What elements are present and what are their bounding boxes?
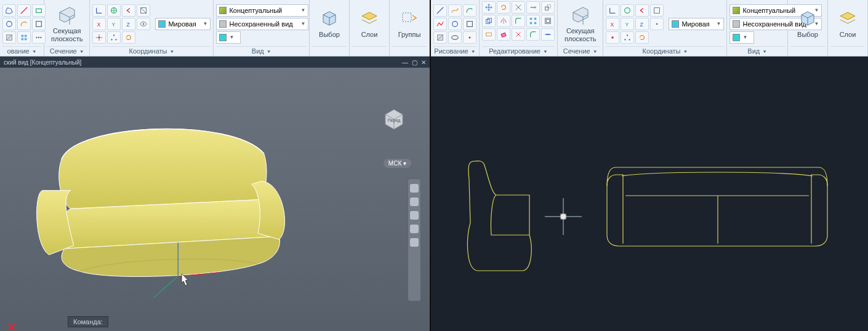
ucs-x-icon[interactable]: X	[92, 18, 106, 30]
select-button[interactable]: Выбор	[790, 2, 825, 46]
nav-orbit-icon[interactable]	[410, 225, 419, 233]
nav-wheel-icon[interactable]	[410, 184, 419, 193]
ucs-face-icon[interactable]	[137, 4, 150, 17]
groups-button[interactable]: Группы	[392, 2, 427, 46]
panel-title-draw: Рисование	[434, 47, 468, 55]
tool-rotate-icon[interactable]	[497, 1, 510, 14]
tool-grid-icon[interactable]	[17, 31, 31, 44]
ucs-y-icon[interactable]: Y	[107, 18, 121, 30]
tool-poly-icon[interactable]	[2, 4, 16, 17]
viewcube[interactable]: Перед	[380, 106, 408, 133]
tool-hatch-icon[interactable]	[433, 31, 447, 44]
ucs-rotate-icon[interactable]	[635, 31, 649, 44]
tool-pline-icon[interactable]	[433, 18, 447, 30]
tool-hatch-icon[interactable]	[2, 31, 16, 44]
ucs-name-combo[interactable]: Мировая ▼	[155, 18, 211, 30]
tool-array-icon[interactable]	[526, 15, 540, 27]
tool-point-icon[interactable]	[463, 31, 476, 44]
chevron-down-icon[interactable]: ▼	[593, 49, 598, 53]
tool-trim-icon[interactable]	[512, 1, 525, 14]
tool-fillet-icon[interactable]	[512, 15, 525, 27]
ucs-x-icon[interactable]: X	[606, 18, 619, 30]
ucs-y-icon[interactable]: Y	[621, 18, 634, 30]
ucs-origin-icon[interactable]	[92, 31, 106, 44]
tool-extend-icon[interactable]	[526, 1, 540, 14]
tool-circle-icon[interactable]	[2, 18, 16, 30]
ucs-3point-icon[interactable]	[621, 31, 634, 44]
ucs-name-value: Мировая	[681, 20, 713, 28]
tool-box-icon[interactable]	[32, 4, 46, 17]
tool-arc-icon[interactable]	[463, 4, 476, 17]
viewport-2d[interactable]	[431, 57, 868, 331]
ucs-icon[interactable]	[606, 4, 619, 17]
nav-zoom-icon[interactable]	[410, 211, 419, 220]
tool-line-icon[interactable]	[17, 4, 31, 17]
section-plane-button[interactable]: Секущая плоскость	[560, 2, 600, 46]
chevron-down-icon[interactable]: ▼	[32, 49, 37, 53]
tool-move-icon[interactable]	[482, 1, 496, 14]
layers-button[interactable]: Слои	[830, 2, 865, 46]
window-maximize-icon[interactable]: ▢	[412, 59, 417, 66]
tool-arc-icon[interactable]	[17, 18, 31, 30]
tool-join-icon[interactable]	[541, 28, 555, 41]
ucs-prev-icon[interactable]	[122, 4, 135, 17]
namedview-combo[interactable]: Несохраненный вид ▼	[216, 18, 308, 30]
tool-erase-icon[interactable]	[497, 28, 510, 41]
ucs-3point-icon[interactable]	[107, 31, 121, 44]
ucs-badge[interactable]: МСК ▾	[384, 159, 411, 168]
tool-stretch-icon[interactable]	[482, 28, 496, 41]
view-extra-combo[interactable]: ▼	[216, 31, 241, 44]
section-plane-button[interactable]: Секущая плоскость	[47, 2, 87, 46]
tool-circle-icon[interactable]	[448, 18, 462, 30]
tool-explode-icon[interactable]	[512, 28, 525, 41]
chevron-down-icon[interactable]: ▼	[762, 49, 767, 53]
tool-chamfer-icon[interactable]	[526, 28, 540, 41]
svg-point-19	[143, 23, 145, 25]
ucs-world-icon[interactable]	[621, 4, 634, 17]
chevron-down-icon[interactable]: ▼	[79, 49, 84, 53]
visualstyle-combo[interactable]: Концептуальный ▼	[216, 4, 308, 17]
chevron-down-icon[interactable]: ▼	[267, 49, 271, 53]
tool-line-icon[interactable]	[433, 4, 447, 17]
layers-button[interactable]: Слои	[352, 2, 387, 46]
panel-title-view: Вид	[252, 47, 264, 55]
tool-copy-icon[interactable]	[482, 15, 496, 27]
navigation-bar[interactable]	[408, 178, 421, 301]
svg-text:Z: Z	[640, 21, 644, 27]
ucs-prev-icon[interactable]	[635, 4, 649, 17]
view-extra-combo[interactable]: ▼	[729, 31, 754, 44]
tool-ellipse-icon[interactable]	[448, 31, 462, 44]
tool-scale-icon[interactable]	[541, 1, 555, 14]
chevron-down-icon[interactable]: ▼	[683, 49, 688, 53]
nav-pan-icon[interactable]	[410, 197, 419, 206]
tool-more-icon[interactable]	[32, 31, 46, 44]
tool-mirror-icon[interactable]	[497, 15, 510, 27]
ucs-z-icon[interactable]: Z	[122, 18, 135, 30]
ucs-view-icon[interactable]	[650, 18, 664, 30]
nav-showmotion-icon[interactable]	[410, 238, 419, 247]
ucs-z-icon[interactable]: Z	[635, 18, 649, 30]
viewport-3d[interactable]: Перед МСК ▾ Команда:	[0, 68, 430, 331]
cube-select-icon	[319, 9, 339, 28]
tool-offset-icon[interactable]	[541, 15, 555, 27]
command-line[interactable]: Команда:	[68, 316, 108, 327]
select-button[interactable]: Выбор	[312, 2, 347, 46]
panel-coords-left: X Y Z Мировая ▼ Координаты▼	[90, 0, 214, 56]
ucs-origin-icon[interactable]	[606, 31, 619, 44]
ucs-face-icon[interactable]	[650, 4, 664, 17]
tool-rect-icon[interactable]	[463, 18, 476, 30]
svg-rect-7	[25, 34, 27, 37]
chevron-down-icon[interactable]: ▼	[471, 49, 476, 53]
svg-point-60	[627, 34, 628, 36]
tool-spline-icon[interactable]	[448, 4, 462, 17]
ucs-world-icon[interactable]	[107, 4, 121, 17]
window-close-icon[interactable]: ✕	[421, 59, 426, 66]
window-minimize-icon[interactable]: —	[402, 59, 408, 66]
tool-rect-icon[interactable]	[32, 18, 46, 30]
chevron-down-icon[interactable]: ▼	[543, 49, 548, 53]
ucs-rotate-icon[interactable]	[122, 31, 135, 44]
ucs-icon[interactable]	[92, 4, 106, 17]
ucs-name-combo[interactable]: Мировая ▼	[669, 18, 724, 30]
ucs-view-icon[interactable]	[137, 18, 150, 30]
chevron-down-icon[interactable]: ▼	[169, 49, 174, 53]
